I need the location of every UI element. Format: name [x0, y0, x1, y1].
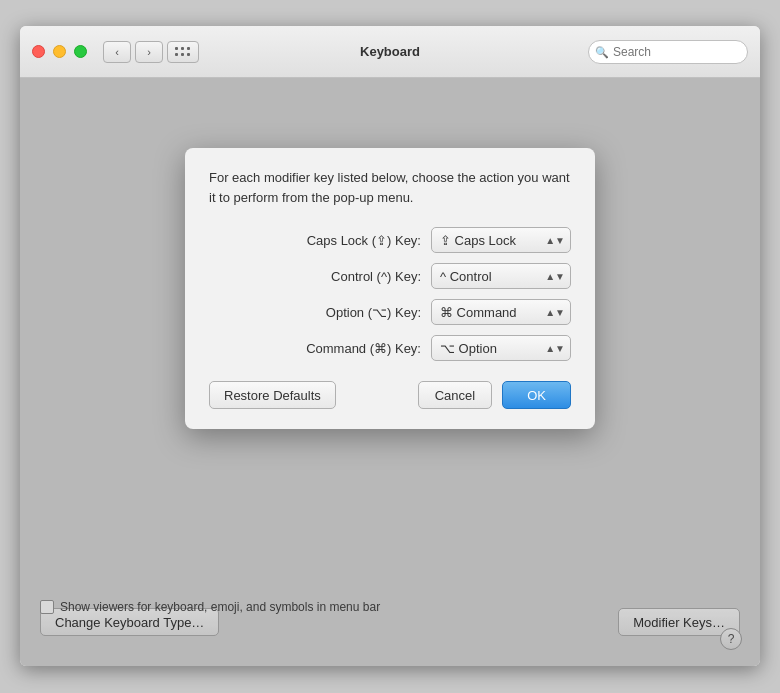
grid-view-button[interactable] — [167, 41, 199, 63]
cancel-button[interactable]: Cancel — [418, 381, 492, 409]
control-label: Control (^) Key: — [261, 269, 421, 284]
close-button[interactable] — [32, 45, 45, 58]
modal-overlay: For each modifier key listed below, choo… — [20, 78, 760, 666]
command-select-wrapper: ⌥ Option ▲▼ — [431, 335, 571, 361]
search-input[interactable] — [588, 40, 748, 64]
content-area: For each modifier key listed below, choo… — [20, 78, 760, 666]
search-icon: 🔍 — [595, 45, 609, 58]
command-label: Command (⌘) Key: — [261, 341, 421, 356]
main-window: ‹ › Keyboard 🔍 For each modifier key lis… — [20, 26, 760, 666]
grid-icon — [175, 47, 191, 57]
traffic-lights — [32, 45, 87, 58]
maximize-button[interactable] — [74, 45, 87, 58]
back-button[interactable]: ‹ — [103, 41, 131, 63]
caps-lock-select-wrapper: ⇪ Caps Lock ▲▼ — [431, 227, 571, 253]
control-row: Control (^) Key: ^ Control ▲▼ — [209, 263, 571, 289]
option-label: Option (⌥) Key: — [261, 305, 421, 320]
titlebar: ‹ › Keyboard 🔍 — [20, 26, 760, 78]
command-row: Command (⌘) Key: ⌥ Option ▲▼ — [209, 335, 571, 361]
search-box: 🔍 — [588, 40, 748, 64]
command-select[interactable]: ⌥ Option — [431, 335, 571, 361]
ok-button[interactable]: OK — [502, 381, 571, 409]
option-row: Option (⌥) Key: ⌘ Command ▲▼ — [209, 299, 571, 325]
minimize-button[interactable] — [53, 45, 66, 58]
control-select[interactable]: ^ Control — [431, 263, 571, 289]
modal-buttons: Restore Defaults Cancel OK — [209, 381, 571, 409]
restore-defaults-button[interactable]: Restore Defaults — [209, 381, 336, 409]
caps-lock-select[interactable]: ⇪ Caps Lock — [431, 227, 571, 253]
window-title: Keyboard — [360, 44, 420, 59]
right-buttons: Cancel OK — [418, 381, 571, 409]
modal-description: For each modifier key listed below, choo… — [209, 168, 571, 207]
modifier-keys-modal: For each modifier key listed below, choo… — [185, 148, 595, 429]
option-select-wrapper: ⌘ Command ▲▼ — [431, 299, 571, 325]
caps-lock-row: Caps Lock (⇪) Key: ⇪ Caps Lock ▲▼ — [209, 227, 571, 253]
caps-lock-label: Caps Lock (⇪) Key: — [261, 233, 421, 248]
forward-button[interactable]: › — [135, 41, 163, 63]
nav-buttons: ‹ › — [103, 41, 163, 63]
control-select-wrapper: ^ Control ▲▼ — [431, 263, 571, 289]
option-select[interactable]: ⌘ Command — [431, 299, 571, 325]
